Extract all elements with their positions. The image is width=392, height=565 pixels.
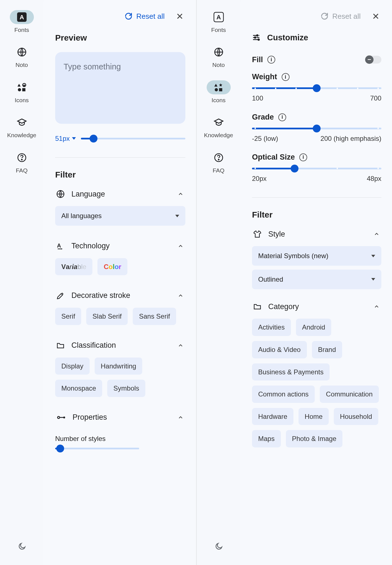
section-title: Technology	[71, 241, 110, 251]
nav-noto[interactable]: Noto	[0, 45, 43, 69]
fill-toggle[interactable]: −	[366, 56, 381, 64]
chip-stroke[interactable]: Slab Serif	[86, 308, 128, 325]
num-styles-slider[interactable]	[55, 448, 139, 449]
chip-classification[interactable]: Handwriting	[95, 358, 143, 375]
section-stroke[interactable]: Decorative stroke	[55, 290, 185, 301]
chip-category[interactable]: Photo & Image	[286, 430, 343, 447]
chip-category[interactable]: Maps	[252, 430, 281, 447]
nav-label: Noto	[212, 61, 225, 69]
weight-slider[interactable]	[252, 87, 381, 89]
nav-label: FAQ	[16, 166, 27, 174]
optical-slider[interactable]	[252, 168, 381, 169]
customize-heading: Customize	[267, 32, 308, 43]
chevron-up-icon	[373, 303, 380, 310]
svg-text:A: A	[216, 14, 221, 21]
nav-label: Noto	[15, 61, 28, 69]
weight-min: 100	[252, 94, 263, 103]
chip-category[interactable]: Home	[298, 408, 329, 425]
nav-label: Knowledge	[7, 131, 36, 139]
optical-min: 20px	[252, 174, 267, 183]
chip-category[interactable]: Audio & Video	[252, 341, 307, 358]
nav-fonts[interactable]: A Fonts	[197, 10, 240, 34]
nav-label: Fonts	[211, 26, 226, 34]
preview-placeholder: Type something	[64, 61, 177, 73]
chip-category[interactable]: Brand	[312, 341, 342, 358]
help-icon	[17, 153, 27, 162]
section-style[interactable]: Style	[252, 229, 381, 240]
chip-stroke[interactable]: Serif	[55, 308, 81, 325]
info-icon[interactable]: i	[267, 56, 275, 64]
folder-icon	[56, 341, 65, 350]
section-language[interactable]: Language	[55, 189, 185, 200]
shirt-icon	[253, 230, 262, 238]
chip-classification[interactable]: Display	[55, 358, 90, 375]
nav-knowledge[interactable]: Knowledge	[197, 115, 240, 139]
style-family-select[interactable]: Material Symbols (new)	[252, 246, 381, 266]
nav-icons[interactable]: Icons	[0, 80, 43, 104]
close-button[interactable]	[370, 11, 381, 22]
info-icon[interactable]: i	[278, 113, 286, 121]
chip-category[interactable]: Household	[334, 408, 378, 425]
fonts-icon: A	[17, 12, 27, 22]
nav-knowledge[interactable]: Knowledge	[0, 115, 43, 139]
grade-label: Grade	[252, 112, 274, 123]
nav-faq[interactable]: FAQ	[0, 151, 43, 174]
chip-color[interactable]: Color	[97, 258, 127, 276]
chip-classification[interactable]: Symbols	[107, 380, 145, 397]
section-properties[interactable]: Properties	[55, 412, 185, 423]
svg-point-10	[58, 416, 60, 419]
tune-icon	[252, 33, 260, 42]
svg-point-7	[21, 159, 22, 160]
fonts-icon: A	[213, 12, 224, 22]
svg-rect-15	[219, 88, 222, 91]
info-icon[interactable]: i	[282, 73, 290, 81]
chip-category[interactable]: Hardware	[252, 408, 293, 425]
nav-faq[interactable]: FAQ	[197, 151, 240, 174]
dark-mode-button[interactable]	[16, 541, 27, 552]
section-title: Decorative stroke	[71, 290, 130, 301]
svg-rect-4	[22, 88, 25, 91]
section-technology[interactable]: ATechnology	[55, 241, 185, 251]
svg-text:A: A	[57, 242, 61, 249]
select-value: Outlined	[258, 275, 283, 284]
shapes-icon	[17, 83, 27, 92]
close-button[interactable]	[174, 11, 185, 22]
font-size-dropdown[interactable]: 51px	[55, 134, 76, 143]
key-icon	[56, 413, 66, 422]
reset-label: Reset all	[136, 11, 165, 21]
chevron-up-icon	[177, 293, 184, 299]
nav-noto[interactable]: Noto	[197, 45, 240, 69]
chip-stroke[interactable]: Sans Serif	[133, 308, 176, 325]
nav-icons[interactable]: Icons	[197, 80, 240, 104]
chip-category[interactable]: Communication	[320, 386, 379, 403]
chip-variable[interactable]: Variable	[55, 258, 92, 276]
reset-button[interactable]: Reset all	[125, 11, 165, 21]
moon-icon	[18, 542, 26, 551]
nav-label: Knowledge	[204, 131, 233, 139]
graduation-icon	[214, 117, 224, 127]
close-icon	[176, 12, 184, 20]
svg-point-21	[258, 39, 259, 40]
language-select[interactable]: All languages	[55, 206, 185, 226]
chip-classification[interactable]: Monospace	[55, 380, 102, 397]
dark-mode-button[interactable]	[213, 541, 224, 552]
style-variant-select[interactable]: Outlined	[252, 270, 381, 289]
help-icon	[214, 153, 223, 162]
grade-slider[interactable]	[252, 128, 381, 129]
select-value: All languages	[61, 211, 102, 221]
font-size-slider[interactable]	[81, 138, 185, 139]
preview-textarea[interactable]: Type something	[55, 52, 185, 124]
reset-button[interactable]: Reset all	[321, 11, 361, 21]
section-category[interactable]: Category	[252, 302, 381, 312]
chip-category[interactable]: Common actions	[252, 386, 315, 403]
section-title: Classification	[71, 340, 116, 351]
close-icon	[372, 12, 380, 20]
folder-icon	[253, 302, 262, 311]
section-classification[interactable]: Classification	[55, 340, 185, 351]
nav-fonts[interactable]: A Fonts	[0, 10, 43, 34]
info-icon[interactable]: i	[299, 153, 307, 161]
chip-category[interactable]: Android	[296, 319, 332, 336]
brush-icon	[56, 291, 65, 300]
chip-category[interactable]: Activities	[252, 319, 291, 336]
chip-category[interactable]: Business & Payments	[252, 363, 330, 381]
